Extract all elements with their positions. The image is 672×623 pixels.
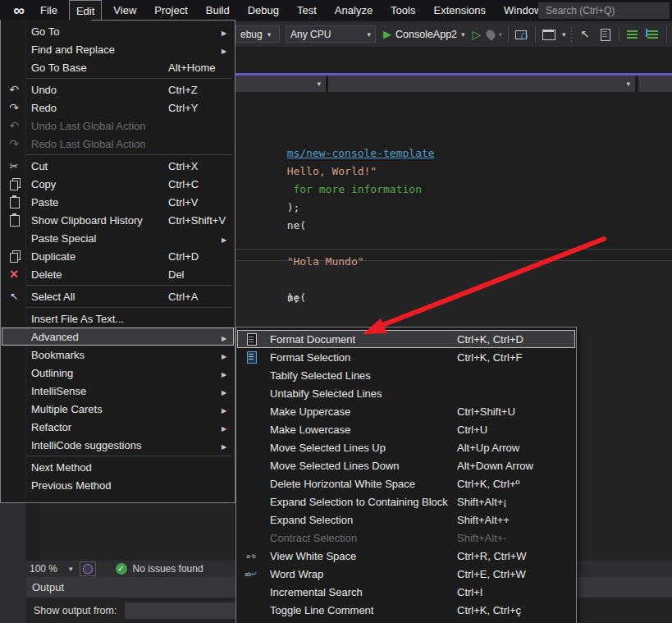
nav-member-dropdown[interactable] [638,76,672,92]
menu-item-previous-method[interactable]: Previous Method [2,476,234,494]
menu-item-duplicate[interactable]: Duplicate Ctrl+D [2,247,234,265]
menu-item-intellisense[interactable]: IntelliSense [2,382,234,400]
menubar-item-file[interactable]: File [34,0,64,21]
menu-item-label: Contract Selection [265,532,457,544]
menu-item-label: Show Clipboard History [26,214,168,227]
menu-item-go-to[interactable]: Go To [2,22,234,40]
start-without-debugging-icon[interactable]: ▷ [473,28,482,41]
submenu-item-untabify-selected-lines[interactable]: Untabify Selected Lines [237,384,575,402]
submenu-item-move-selected-lines-down[interactable]: Move Selected Lines Down Alt+Down Arrow [237,456,575,474]
submenu-item-incremental-search[interactable]: Incremental Search Ctrl+I [237,583,575,601]
menu-item-shortcut: Ctrl+Z [168,84,222,96]
submenu-item-tabify-selected-lines[interactable]: Tabify Selected Lines [237,366,575,384]
menu-item-paste[interactable]: Paste Ctrl+V [2,193,234,211]
menu-item-go-to-base[interactable]: Go To Base Alt+Home [2,58,234,76]
pointer-icon[interactable] [578,27,592,42]
menu-item-label: Redo Last Global Action [26,138,168,150]
menu-item-undo-last-global-action[interactable]: Undo Last Global Action [2,117,234,135]
menu-item-undo[interactable]: Undo Ctrl+Z [2,80,234,98]
document-icon[interactable] [598,27,613,42]
solution-configuration-dropdown[interactable]: ebug▾ [235,25,280,43]
menu-item-next-method[interactable]: Next Method [2,458,234,476]
redo-icon [2,98,26,117]
chevron-down-icon: ▾ [626,80,630,88]
menu-item-label: IntelliSense [26,385,168,397]
menu-item-redo-last-global-action[interactable]: Redo Last Global Action [2,135,234,153]
menu-item-multiple-carets[interactable]: Multiple Carets [2,400,234,418]
hot-reload-button[interactable]: ▾ [487,30,502,39]
menubar-item-edit[interactable]: Edit [69,0,102,21]
submenu-item-expand-selection-to-containing-block[interactable]: Expand Selection to Containing Block Shi… [237,492,575,511]
menu-item-shortcut: Shift+Alt+- [457,532,563,544]
menubar-item-test[interactable]: Test [290,0,323,21]
menu-item-intellicode-suggestions[interactable]: IntelliCode suggestions [2,436,234,454]
menubar-item-analyze[interactable]: Analyze [328,0,379,21]
submenu-item-view-white-space[interactable]: View White Space Ctrl+R, Ctrl+W [237,547,575,565]
start-debugging-button[interactable]: ▶ ConsoleApp2 ▾ [382,28,467,40]
menu-item-label: Undo [26,84,168,96]
menu-item-redo[interactable]: Redo Ctrl+Y [2,98,234,117]
code-token: ); [287,201,300,213]
submenu-item-word-wrap[interactable]: Word Wrap Ctrl+E, Ctrl+W [237,565,575,583]
text-lines-icon-b[interactable] [646,27,661,42]
menubar-item-project[interactable]: Project [148,0,194,21]
menu-item-label: Advanced [26,331,168,343]
submenu-item-format-selection[interactable]: Format Selection Ctrl+K, Ctrl+F [237,348,575,366]
window-icon[interactable] [542,27,556,42]
health-check-icon: ✓ [116,563,127,575]
submenu-item-toggle-line-comment[interactable]: Toggle Line Comment Ctrl+K, Ctrl+ç [237,601,575,619]
menu-item-shortcut: Alt+Up Arrow [457,442,563,454]
submenu-arrow-icon [222,25,234,38]
menu-item-outlining[interactable]: Outlining [2,364,234,382]
menubar-item-debug[interactable]: Debug [241,0,286,21]
menu-item-paste-special[interactable]: Paste Special [2,229,234,247]
submenu-item-make-uppercase[interactable]: Make Uppercase Ctrl+Shift+U [237,402,575,420]
menu-item-label: Find and Replace [26,44,168,56]
menu-item-insert-file-as-text[interactable]: Insert File As Text... [2,309,234,328]
menu-item-copy[interactable]: Copy Ctrl+C [2,175,234,193]
submenu-item-expand-selection[interactable]: Expand Selection Shift+Alt++ [237,511,575,529]
menu-top-border [91,20,235,21]
menu-item-label: Make Lowercase [265,424,457,436]
submenu-item-format-document[interactable]: Format Document Ctrl+K, Ctrl+D [237,330,575,348]
menubar-item-extensions[interactable]: Extensions [427,0,492,21]
menu-item-label: Multiple Carets [26,403,168,415]
chevron-down-icon[interactable]: ▾ [69,565,73,573]
intellicode-button[interactable] [80,561,96,576]
health-status-text[interactable]: No issues found [133,563,203,575]
chevron-down-icon[interactable]: ▾ [562,30,566,39]
menu-item-cut[interactable]: Cut Ctrl+X [2,157,234,175]
show-output-from-dropdown[interactable] [125,602,244,619]
text-lines-icon-a[interactable] [625,27,640,42]
menu-item-advanced[interactable]: Advanced [2,328,234,346]
menu-item-find-and-replace[interactable]: Find and Replace [2,40,234,58]
menu-item-label: Tabify Selected Lines [265,369,457,382]
chevron-down-icon: ▾ [498,30,502,39]
menubar-item-build[interactable]: Build [199,0,236,21]
toolbar-separator [535,27,536,42]
undo-icon [2,80,26,98]
menu-item-select-all[interactable]: Select All Ctrl+A [2,287,234,305]
submenu-item-move-selected-lines-up[interactable]: Move Selected Lines Up Alt+Up Arrow [237,438,575,456]
zoom-level-dropdown[interactable]: 100 % [30,563,57,575]
menu-item-delete[interactable]: Delete Del [2,265,234,283]
folder-search-icon[interactable] [514,27,529,42]
menubar-item-tools[interactable]: Tools [384,0,422,21]
menu-item-shortcut: Ctrl+K, Ctrl+D [457,333,563,346]
undo-icon [2,117,26,135]
menubar-item-view[interactable]: View [107,0,143,21]
submenu-item-delete-horizontal-white-space[interactable]: Delete Horizontal White Space Ctrl+K, Ct… [237,474,575,492]
menu-item-bookmarks[interactable]: Bookmarks [2,346,234,364]
submenu-item-make-lowercase[interactable]: Make Lowercase Ctrl+U [237,420,575,438]
code-content[interactable]: ms/new-console-template for more informa… [235,90,435,253]
submenu-item-contract-selection[interactable]: Contract Selection Shift+Alt+- [237,529,575,547]
search-input[interactable]: Search (Ctrl+Q) [538,2,670,19]
solution-platform-dropdown[interactable]: Any CPU▾ [286,25,376,43]
visual-studio-logo-icon: ∞ [7,1,31,21]
code-token: ne( [287,219,306,231]
menu-item-label: Delete Horizontal White Space [265,478,457,490]
menu-item-show-clipboard-history[interactable]: Show Clipboard History Ctrl+Shift+V [2,211,234,229]
menu-item-refactor[interactable]: Refactor [2,418,234,436]
nav-type-dropdown[interactable]: ▾ [328,76,635,92]
submenu-arrow-icon [222,421,234,433]
